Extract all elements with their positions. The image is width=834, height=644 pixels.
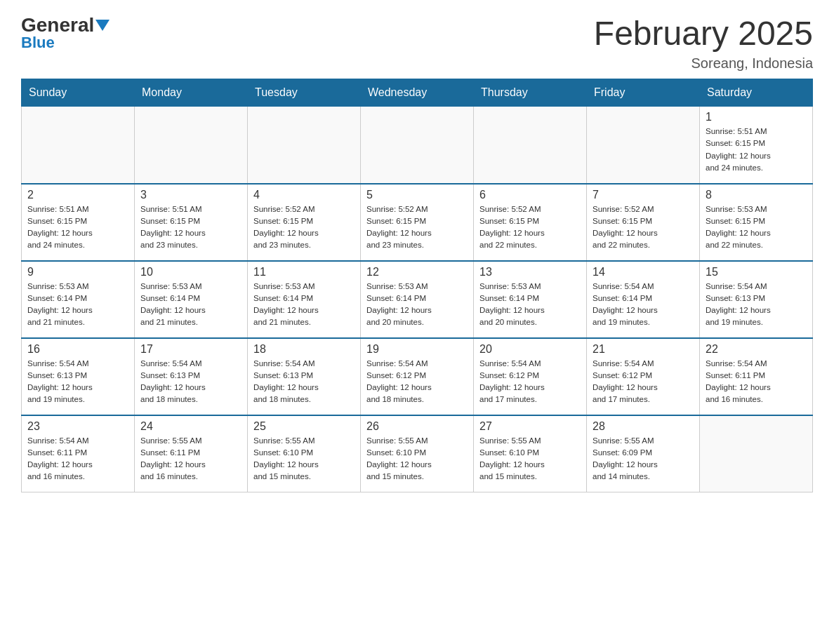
- calendar-day-cell: 24Sunrise: 5:55 AMSunset: 6:11 PMDayligh…: [135, 415, 248, 492]
- day-number: 22: [706, 343, 807, 356]
- col-monday: Monday: [135, 79, 248, 107]
- day-number: 23: [27, 420, 128, 433]
- day-info: Sunrise: 5:54 AMSunset: 6:14 PMDaylight:…: [593, 281, 694, 329]
- day-info: Sunrise: 5:51 AMSunset: 6:15 PMDaylight:…: [140, 203, 241, 252]
- day-number: 13: [479, 266, 581, 279]
- calendar-day-cell: 10Sunrise: 5:53 AMSunset: 6:14 PMDayligh…: [135, 261, 248, 338]
- calendar-day-cell: 7Sunrise: 5:52 AMSunset: 6:15 PMDaylight…: [587, 184, 700, 261]
- day-number: 21: [593, 343, 694, 356]
- day-info: Sunrise: 5:53 AMSunset: 6:14 PMDaylight:…: [27, 281, 128, 329]
- day-info: Sunrise: 5:53 AMSunset: 6:14 PMDaylight:…: [140, 281, 241, 329]
- day-number: 4: [253, 189, 355, 201]
- calendar-day-cell: 6Sunrise: 5:52 AMSunset: 6:15 PMDaylight…: [474, 184, 587, 261]
- calendar-day-cell: [474, 107, 587, 184]
- day-info: Sunrise: 5:54 AMSunset: 6:11 PMDaylight:…: [706, 358, 807, 406]
- day-info: Sunrise: 5:52 AMSunset: 6:15 PMDaylight:…: [593, 203, 694, 252]
- calendar-day-cell: 22Sunrise: 5:54 AMSunset: 6:11 PMDayligh…: [700, 338, 813, 415]
- day-number: 25: [253, 420, 355, 433]
- calendar-day-cell: 20Sunrise: 5:54 AMSunset: 6:12 PMDayligh…: [474, 338, 587, 415]
- day-info: Sunrise: 5:55 AMSunset: 6:09 PMDaylight:…: [593, 435, 694, 483]
- calendar-day-cell: 3Sunrise: 5:51 AMSunset: 6:15 PMDaylight…: [135, 184, 248, 261]
- calendar-table: Sunday Monday Tuesday Wednesday Thursday…: [21, 79, 813, 492]
- calendar-week-row: 23Sunrise: 5:54 AMSunset: 6:11 PMDayligh…: [22, 415, 813, 492]
- day-number: 9: [27, 266, 128, 279]
- day-info: Sunrise: 5:54 AMSunset: 6:12 PMDaylight:…: [366, 358, 468, 406]
- day-info: Sunrise: 5:53 AMSunset: 6:14 PMDaylight:…: [366, 281, 468, 329]
- calendar-day-cell: 9Sunrise: 5:53 AMSunset: 6:14 PMDaylight…: [22, 261, 135, 338]
- calendar-day-cell: 16Sunrise: 5:54 AMSunset: 6:13 PMDayligh…: [22, 338, 135, 415]
- col-wednesday: Wednesday: [361, 79, 474, 107]
- calendar-day-cell: 25Sunrise: 5:55 AMSunset: 6:10 PMDayligh…: [248, 415, 361, 492]
- calendar-day-cell: 18Sunrise: 5:54 AMSunset: 6:13 PMDayligh…: [248, 338, 361, 415]
- day-info: Sunrise: 5:55 AMSunset: 6:10 PMDaylight:…: [479, 435, 581, 483]
- day-info: Sunrise: 5:54 AMSunset: 6:12 PMDaylight:…: [479, 358, 581, 406]
- day-number: 18: [253, 343, 355, 356]
- logo-blue-text: Blue: [21, 34, 55, 52]
- day-info: Sunrise: 5:53 AMSunset: 6:14 PMDaylight:…: [479, 281, 581, 329]
- day-number: 12: [366, 266, 468, 279]
- logo: General Blue: [21, 14, 111, 52]
- calendar-week-row: 9Sunrise: 5:53 AMSunset: 6:14 PMDaylight…: [22, 261, 813, 338]
- calendar-day-cell: 27Sunrise: 5:55 AMSunset: 6:10 PMDayligh…: [474, 415, 587, 492]
- day-info: Sunrise: 5:51 AMSunset: 6:15 PMDaylight:…: [706, 126, 807, 174]
- day-info: Sunrise: 5:53 AMSunset: 6:15 PMDaylight:…: [706, 203, 807, 252]
- col-sunday: Sunday: [22, 79, 135, 107]
- calendar-day-cell: 1Sunrise: 5:51 AMSunset: 6:15 PMDaylight…: [700, 107, 813, 184]
- day-number: 2: [27, 189, 128, 201]
- calendar-day-cell: [135, 107, 248, 184]
- calendar-day-cell: [248, 107, 361, 184]
- col-friday: Friday: [587, 79, 700, 107]
- day-info: Sunrise: 5:51 AMSunset: 6:15 PMDaylight:…: [27, 203, 128, 252]
- day-number: 26: [366, 420, 468, 433]
- calendar-header-row: Sunday Monday Tuesday Wednesday Thursday…: [22, 79, 813, 107]
- day-number: 27: [479, 420, 581, 433]
- day-info: Sunrise: 5:52 AMSunset: 6:15 PMDaylight:…: [479, 203, 581, 252]
- calendar-day-cell: 21Sunrise: 5:54 AMSunset: 6:12 PMDayligh…: [587, 338, 700, 415]
- day-info: Sunrise: 5:55 AMSunset: 6:11 PMDaylight:…: [140, 435, 241, 483]
- calendar-day-cell: 5Sunrise: 5:52 AMSunset: 6:15 PMDaylight…: [361, 184, 474, 261]
- calendar-week-row: 1Sunrise: 5:51 AMSunset: 6:15 PMDaylight…: [22, 107, 813, 184]
- month-title: February 2025: [594, 14, 813, 53]
- day-info: Sunrise: 5:54 AMSunset: 6:11 PMDaylight:…: [27, 435, 128, 483]
- calendar-week-row: 2Sunrise: 5:51 AMSunset: 6:15 PMDaylight…: [22, 184, 813, 261]
- day-info: Sunrise: 5:54 AMSunset: 6:13 PMDaylight:…: [27, 358, 128, 406]
- day-number: 17: [140, 343, 241, 356]
- day-number: 6: [479, 189, 581, 201]
- calendar-day-cell: 12Sunrise: 5:53 AMSunset: 6:14 PMDayligh…: [361, 261, 474, 338]
- calendar-day-cell: [361, 107, 474, 184]
- logo-triangle-icon: [95, 20, 110, 31]
- day-info: Sunrise: 5:55 AMSunset: 6:10 PMDaylight:…: [253, 435, 355, 483]
- calendar-day-cell: 26Sunrise: 5:55 AMSunset: 6:10 PMDayligh…: [361, 415, 474, 492]
- day-info: Sunrise: 5:54 AMSunset: 6:13 PMDaylight:…: [253, 358, 355, 406]
- calendar-day-cell: 28Sunrise: 5:55 AMSunset: 6:09 PMDayligh…: [587, 415, 700, 492]
- calendar-week-row: 16Sunrise: 5:54 AMSunset: 6:13 PMDayligh…: [22, 338, 813, 415]
- day-info: Sunrise: 5:53 AMSunset: 6:14 PMDaylight:…: [253, 281, 355, 329]
- calendar-day-cell: 23Sunrise: 5:54 AMSunset: 6:11 PMDayligh…: [22, 415, 135, 492]
- day-info: Sunrise: 5:52 AMSunset: 6:15 PMDaylight:…: [253, 203, 355, 252]
- day-number: 7: [593, 189, 694, 201]
- day-number: 11: [253, 266, 355, 279]
- title-block: February 2025 Soreang, Indonesia: [594, 14, 813, 72]
- page-header: General Blue February 2025 Soreang, Indo…: [21, 14, 813, 72]
- day-info: Sunrise: 5:54 AMSunset: 6:13 PMDaylight:…: [706, 281, 807, 329]
- calendar-day-cell: 14Sunrise: 5:54 AMSunset: 6:14 PMDayligh…: [587, 261, 700, 338]
- day-number: 10: [140, 266, 241, 279]
- calendar-day-cell: 8Sunrise: 5:53 AMSunset: 6:15 PMDaylight…: [700, 184, 813, 261]
- day-number: 19: [366, 343, 468, 356]
- day-number: 8: [706, 189, 807, 201]
- calendar-day-cell: 17Sunrise: 5:54 AMSunset: 6:13 PMDayligh…: [135, 338, 248, 415]
- day-number: 3: [140, 189, 241, 201]
- day-info: Sunrise: 5:52 AMSunset: 6:15 PMDaylight:…: [366, 203, 468, 252]
- day-number: 20: [479, 343, 581, 356]
- col-tuesday: Tuesday: [248, 79, 361, 107]
- calendar-day-cell: 2Sunrise: 5:51 AMSunset: 6:15 PMDaylight…: [22, 184, 135, 261]
- calendar-day-cell: [22, 107, 135, 184]
- day-info: Sunrise: 5:55 AMSunset: 6:10 PMDaylight:…: [366, 435, 468, 483]
- calendar-day-cell: 11Sunrise: 5:53 AMSunset: 6:14 PMDayligh…: [248, 261, 361, 338]
- calendar-day-cell: [587, 107, 700, 184]
- col-saturday: Saturday: [700, 79, 813, 107]
- day-number: 1: [706, 111, 807, 123]
- day-info: Sunrise: 5:54 AMSunset: 6:12 PMDaylight:…: [593, 358, 694, 406]
- col-thursday: Thursday: [474, 79, 587, 107]
- day-number: 24: [140, 420, 241, 433]
